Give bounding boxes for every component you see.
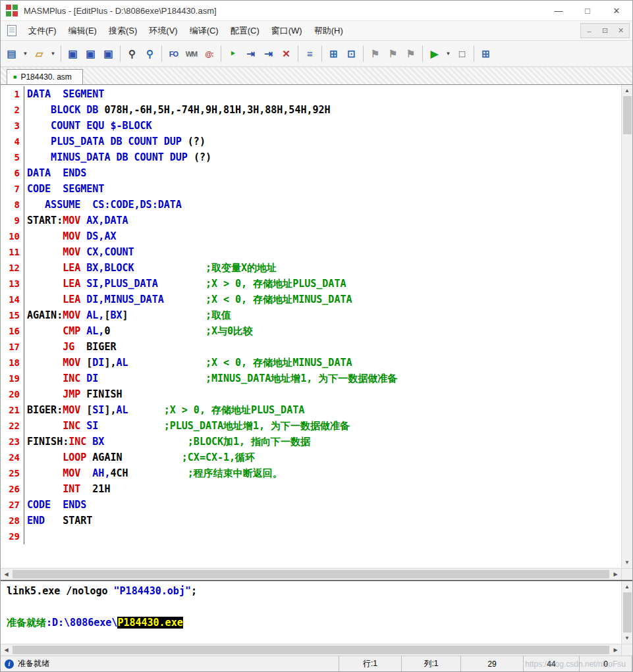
line-number: 12: [1, 260, 24, 276]
output-scroll-left-icon[interactable]: ◀: [1, 644, 12, 656]
find-button[interactable]: ⚲: [124, 45, 140, 62]
find-in-files-button[interactable]: ⚲: [142, 45, 158, 62]
flag-3-button[interactable]: ⚑: [402, 45, 419, 62]
status-message: i 准备就绪: [1, 656, 339, 671]
menu-edit[interactable]: 编辑(E): [63, 22, 103, 40]
editor-hscrollbar[interactable]: ◀ ▶: [1, 568, 632, 580]
code-line: 9START:MOV AX,DATA: [1, 213, 621, 228]
editor-vscrollbar[interactable]: ▲ ▼: [621, 85, 632, 568]
scrollbar-corner: [621, 569, 632, 580]
line-number: 2: [1, 102, 24, 118]
code-text: COUNT EQU $-BLOCK: [24, 118, 152, 134]
new-file-button[interactable]: ▤: [3, 45, 20, 62]
wm-tool-button[interactable]: WM: [183, 45, 200, 62]
menu-window[interactable]: 窗口(W): [265, 22, 308, 40]
app-grid-button[interactable]: ⊞: [478, 45, 494, 62]
line-number: 29: [1, 529, 24, 544]
mdi-close-button[interactable]: ✕: [613, 24, 628, 37]
menu-search[interactable]: 搜索(S): [103, 22, 143, 40]
code-text: MOV AH,4CH ;程序结束中断返回。: [24, 465, 283, 481]
output-hscroll-thumb[interactable]: [13, 646, 609, 654]
maximize-button[interactable]: □: [573, 1, 602, 20]
output-line: link5.exe /nologo "P184430.obj";: [4, 583, 621, 599]
editor-vscroll-thumb[interactable]: [623, 96, 632, 134]
save-all-button[interactable]: ▣: [100, 45, 117, 62]
open-file-button[interactable]: ▱: [31, 45, 47, 62]
code-text: BLOCK DB 078H,-6H,5H,-74H,9H,81H,3H,88H,…: [24, 102, 331, 118]
new-file-dropdown[interactable]: ▼: [21, 45, 30, 62]
output-hscrollbar[interactable]: ◀ ▶: [1, 644, 632, 656]
scroll-left-icon[interactable]: ◀: [1, 569, 12, 580]
mdi-minimize-button[interactable]: –: [582, 24, 597, 37]
run-dropdown[interactable]: ▼: [444, 45, 453, 62]
code-text: INC DI ;MINUS_DATA地址增1, 为下一数据做准备: [24, 371, 397, 386]
tab-p184430[interactable]: ■ P184430. asm: [7, 69, 83, 84]
code-line: 22 INC SI ;PLUS_DATA地址增1, 为下一数据做准备: [1, 418, 621, 434]
window-copy-button[interactable]: ⊡: [343, 45, 360, 62]
at-tool-button[interactable]: @:: [201, 45, 217, 62]
editor-hscroll-thumb[interactable]: [13, 570, 609, 579]
line-list-button[interactable]: ≡: [302, 45, 318, 62]
output-vscrollbar[interactable]: ▲ ▼: [621, 581, 632, 644]
menu-help[interactable]: 帮助(H): [308, 22, 349, 40]
code-line: 1DATA SEGMENT: [1, 86, 621, 102]
open-file-dropdown[interactable]: ▼: [49, 45, 57, 62]
menu-compile[interactable]: 编译(C): [184, 22, 225, 40]
toolbar-separator: [61, 45, 61, 62]
compile-button[interactable]: ‣: [225, 45, 241, 62]
line-number: 14: [1, 292, 24, 307]
code-area[interactable]: 1DATA SEGMENT2 BLOCK DB 078H,-6H,5H,-74H…: [1, 85, 621, 568]
editor: 1DATA SEGMENT2 BLOCK DB 078H,-6H,5H,-74H…: [1, 85, 632, 568]
scroll-up-icon[interactable]: ▲: [622, 85, 633, 96]
save-button[interactable]: ▣: [65, 45, 81, 62]
line-number: 1: [1, 86, 24, 102]
document-icon: [7, 25, 16, 36]
output-scroll-right-icon[interactable]: ▶: [610, 644, 621, 656]
output-line: 准备就绪:D:\8086exe\P184430.exe: [4, 615, 621, 631]
menu-environment[interactable]: 环境(V): [143, 22, 183, 40]
status-line-indicator: 行:1: [339, 656, 402, 671]
toolbar-separator: [221, 45, 221, 62]
status-column-indicator: 列:1: [402, 656, 461, 671]
flag-1-button[interactable]: ⚑: [367, 45, 383, 62]
save-as-button[interactable]: ▣: [82, 45, 99, 62]
code-text: DATA ENDS: [24, 165, 86, 181]
code-line: 16 CMP AL,0 ;X与0比较: [1, 323, 621, 339]
app-icon: [6, 5, 18, 17]
close-button[interactable]: ✕: [602, 1, 631, 20]
scroll-down-icon[interactable]: ▼: [622, 557, 633, 568]
line-number: 28: [1, 513, 24, 529]
mdi-restore-button[interactable]: ⊡: [597, 24, 613, 37]
code-text: LOOP AGAIN ;CX=CX-1,循环: [24, 450, 255, 465]
toolbar-separator: [120, 45, 121, 62]
code-line: 14 LEA DI,MINUS_DATA ;X < 0, 存储地址MINUS_D…: [1, 292, 621, 307]
minimize-button[interactable]: —: [544, 1, 573, 20]
output-vscroll-thumb[interactable]: [623, 592, 632, 633]
code-text: CODE SEGMENT: [24, 181, 104, 197]
menu-config[interactable]: 配置(C): [225, 22, 265, 40]
output-area[interactable]: link5.exe /nologo "P184430.obj";准备就绪:D:\…: [1, 581, 621, 644]
flag-2-button[interactable]: ⚑: [385, 45, 401, 62]
line-number: 27: [1, 497, 24, 513]
table-tool-button[interactable]: ⊞: [325, 45, 342, 62]
code-text: PLUS_DATA DB COUNT DUP (?): [24, 134, 206, 149]
scroll-right-icon[interactable]: ▶: [610, 569, 621, 580]
menu-bar: 文件(F)编辑(E)搜索(S)环境(V)编译(C)配置(C)窗口(W)帮助(H)…: [1, 20, 632, 41]
step-into-button[interactable]: ⇥: [260, 45, 277, 62]
menu-items: 文件(F)编辑(E)搜索(S)环境(V)编译(C)配置(C)窗口(W)帮助(H): [22, 22, 349, 40]
status-value-0: 0: [580, 656, 632, 671]
line-number: 6: [1, 165, 24, 181]
line-number: 5: [1, 149, 24, 165]
step-over-button[interactable]: ⇥: [242, 45, 259, 62]
stop-run-button[interactable]: □: [454, 45, 470, 62]
output-scroll-up-icon[interactable]: ▲: [622, 581, 633, 592]
stop-build-button[interactable]: ✕: [278, 45, 294, 62]
menu-file[interactable]: 文件(F): [22, 22, 63, 40]
format-tool-button[interactable]: FO: [165, 45, 182, 62]
status-value-44: 44: [524, 656, 580, 671]
output-scroll-down-icon[interactable]: ▼: [622, 633, 633, 644]
line-number: 7: [1, 181, 24, 197]
code-line: 26 INT 21H: [1, 481, 621, 497]
code-text: [24, 529, 27, 544]
run-button[interactable]: ▶: [426, 45, 443, 62]
